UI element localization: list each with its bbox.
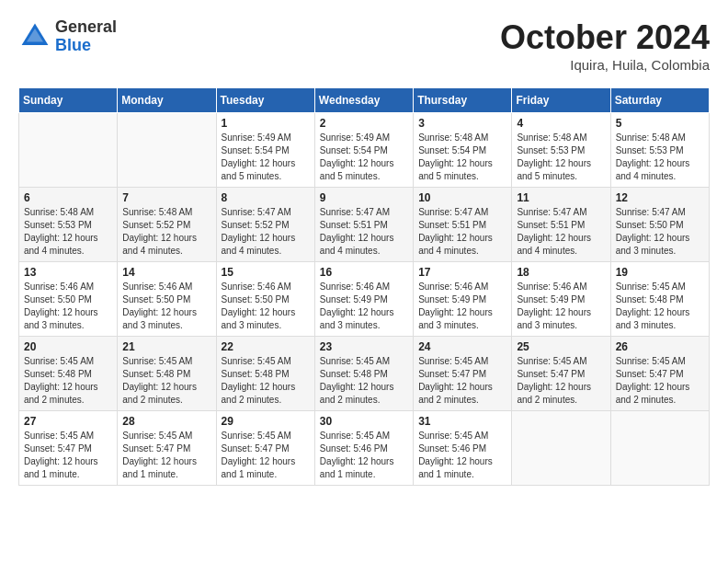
day-number: 11 [517,191,605,204]
day-info: Sunrise: 5:45 AM Sunset: 5:48 PM Dayligh… [616,281,704,332]
day-number: 13 [24,266,112,279]
day-number: 15 [222,266,310,279]
day-number: 17 [418,266,506,279]
calendar-cell: 2Sunrise: 5:49 AM Sunset: 5:54 PM Daylig… [314,113,413,188]
calendar-cell: 16Sunrise: 5:46 AM Sunset: 5:49 PM Dayli… [314,262,413,337]
calendar-cell: 12Sunrise: 5:47 AM Sunset: 5:50 PM Dayli… [610,188,709,262]
logo-blue: Blue [55,37,117,55]
day-number: 14 [122,266,210,279]
title-block: October 2024 Iquira, Huila, Colombia [500,18,710,73]
day-number: 31 [418,415,506,428]
day-info: Sunrise: 5:45 AM Sunset: 5:48 PM Dayligh… [122,355,210,407]
day-number: 30 [320,415,408,428]
day-info: Sunrise: 5:48 AM Sunset: 5:53 PM Dayligh… [616,132,704,183]
day-number: 25 [517,340,605,353]
calendar-cell: 29Sunrise: 5:45 AM Sunset: 5:47 PM Dayli… [216,411,314,486]
calendar-cell: 22Sunrise: 5:45 AM Sunset: 5:48 PM Dayli… [216,337,314,411]
week-row-3: 13Sunrise: 5:46 AM Sunset: 5:50 PM Dayli… [19,262,710,337]
day-number: 12 [616,191,704,204]
weekday-header-friday: Friday [512,88,610,113]
month-title: October 2024 [500,18,710,57]
calendar-cell: 28Sunrise: 5:45 AM Sunset: 5:47 PM Dayli… [118,411,216,486]
day-info: Sunrise: 5:45 AM Sunset: 5:48 PM Dayligh… [24,355,112,407]
calendar-cell: 5Sunrise: 5:48 AM Sunset: 5:53 PM Daylig… [610,113,709,188]
day-info: Sunrise: 5:47 AM Sunset: 5:50 PM Dayligh… [616,206,704,258]
logo-icon [18,20,51,53]
calendar-cell: 18Sunrise: 5:46 AM Sunset: 5:49 PM Dayli… [512,262,610,337]
calendar-cell: 30Sunrise: 5:45 AM Sunset: 5:46 PM Dayli… [314,411,413,486]
calendar-cell: 26Sunrise: 5:45 AM Sunset: 5:47 PM Dayli… [610,337,709,411]
calendar-cell: 24Sunrise: 5:45 AM Sunset: 5:47 PM Dayli… [414,337,512,411]
day-number: 10 [418,191,506,204]
day-info: Sunrise: 5:46 AM Sunset: 5:49 PM Dayligh… [320,281,408,332]
day-info: Sunrise: 5:47 AM Sunset: 5:51 PM Dayligh… [517,206,605,258]
day-info: Sunrise: 5:45 AM Sunset: 5:46 PM Dayligh… [418,430,506,481]
calendar-cell [610,411,709,486]
day-number: 3 [418,117,506,130]
calendar-cell: 23Sunrise: 5:45 AM Sunset: 5:48 PM Dayli… [314,337,413,411]
calendar-cell: 9Sunrise: 5:47 AM Sunset: 5:51 PM Daylig… [314,188,413,262]
day-number: 16 [320,266,408,279]
day-info: Sunrise: 5:48 AM Sunset: 5:53 PM Dayligh… [24,206,112,258]
day-number: 6 [24,191,112,204]
day-number: 20 [24,340,112,353]
day-info: Sunrise: 5:48 AM Sunset: 5:52 PM Dayligh… [122,206,210,258]
day-info: Sunrise: 5:45 AM Sunset: 5:47 PM Dayligh… [122,430,210,481]
weekday-header-monday: Monday [118,88,216,113]
page-header: General Blue October 2024 Iquira, Huila,… [18,18,710,73]
calendar-cell: 13Sunrise: 5:46 AM Sunset: 5:50 PM Dayli… [19,262,118,337]
week-row-1: 1Sunrise: 5:49 AM Sunset: 5:54 PM Daylig… [19,113,710,188]
day-number: 7 [122,191,210,204]
calendar-cell: 6Sunrise: 5:48 AM Sunset: 5:53 PM Daylig… [19,188,118,262]
day-number: 28 [122,415,210,428]
day-info: Sunrise: 5:48 AM Sunset: 5:54 PM Dayligh… [418,132,506,183]
day-info: Sunrise: 5:45 AM Sunset: 5:47 PM Dayligh… [517,355,605,407]
calendar-cell: 17Sunrise: 5:46 AM Sunset: 5:49 PM Dayli… [414,262,512,337]
day-number: 26 [616,340,704,353]
weekday-header-wednesday: Wednesday [314,88,413,113]
day-number: 2 [320,117,408,130]
day-number: 19 [616,266,704,279]
calendar-cell [19,113,118,188]
logo-general: General [55,18,117,37]
location: Iquira, Huila, Colombia [500,57,710,73]
day-number: 23 [320,340,408,353]
calendar-cell: 1Sunrise: 5:49 AM Sunset: 5:54 PM Daylig… [216,113,314,188]
calendar-table: SundayMondayTuesdayWednesdayThursdayFrid… [18,87,710,486]
calendar-cell: 21Sunrise: 5:45 AM Sunset: 5:48 PM Dayli… [118,337,216,411]
calendar-cell [512,411,610,486]
weekday-header-tuesday: Tuesday [216,88,314,113]
calendar-cell: 20Sunrise: 5:45 AM Sunset: 5:48 PM Dayli… [19,337,118,411]
day-info: Sunrise: 5:47 AM Sunset: 5:52 PM Dayligh… [222,206,310,258]
weekday-header-thursday: Thursday [414,88,512,113]
weekday-header-sunday: Sunday [19,88,118,113]
day-info: Sunrise: 5:46 AM Sunset: 5:50 PM Dayligh… [24,281,112,332]
weekday-header-saturday: Saturday [610,88,709,113]
day-info: Sunrise: 5:47 AM Sunset: 5:51 PM Dayligh… [418,206,506,258]
day-info: Sunrise: 5:46 AM Sunset: 5:49 PM Dayligh… [418,281,506,332]
day-info: Sunrise: 5:45 AM Sunset: 5:48 PM Dayligh… [222,355,310,407]
calendar-cell: 3Sunrise: 5:48 AM Sunset: 5:54 PM Daylig… [414,113,512,188]
calendar-cell: 11Sunrise: 5:47 AM Sunset: 5:51 PM Dayli… [512,188,610,262]
day-info: Sunrise: 5:45 AM Sunset: 5:48 PM Dayligh… [320,355,408,407]
day-number: 9 [320,191,408,204]
day-info: Sunrise: 5:45 AM Sunset: 5:47 PM Dayligh… [418,355,506,407]
calendar-cell: 27Sunrise: 5:45 AM Sunset: 5:47 PM Dayli… [19,411,118,486]
day-info: Sunrise: 5:47 AM Sunset: 5:51 PM Dayligh… [320,206,408,258]
calendar-cell: 31Sunrise: 5:45 AM Sunset: 5:46 PM Dayli… [414,411,512,486]
day-number: 27 [24,415,112,428]
day-number: 21 [122,340,210,353]
week-row-4: 20Sunrise: 5:45 AM Sunset: 5:48 PM Dayli… [19,337,710,411]
day-info: Sunrise: 5:48 AM Sunset: 5:53 PM Dayligh… [517,132,605,183]
day-info: Sunrise: 5:46 AM Sunset: 5:50 PM Dayligh… [122,281,210,332]
day-info: Sunrise: 5:46 AM Sunset: 5:50 PM Dayligh… [222,281,310,332]
day-number: 18 [517,266,605,279]
day-info: Sunrise: 5:45 AM Sunset: 5:46 PM Dayligh… [320,430,408,481]
week-row-5: 27Sunrise: 5:45 AM Sunset: 5:47 PM Dayli… [19,411,710,486]
calendar-cell: 10Sunrise: 5:47 AM Sunset: 5:51 PM Dayli… [414,188,512,262]
week-row-2: 6Sunrise: 5:48 AM Sunset: 5:53 PM Daylig… [19,188,710,262]
day-info: Sunrise: 5:49 AM Sunset: 5:54 PM Dayligh… [320,132,408,183]
calendar-cell: 25Sunrise: 5:45 AM Sunset: 5:47 PM Dayli… [512,337,610,411]
calendar-body: 1Sunrise: 5:49 AM Sunset: 5:54 PM Daylig… [19,113,710,486]
calendar-header: SundayMondayTuesdayWednesdayThursdayFrid… [19,88,710,113]
